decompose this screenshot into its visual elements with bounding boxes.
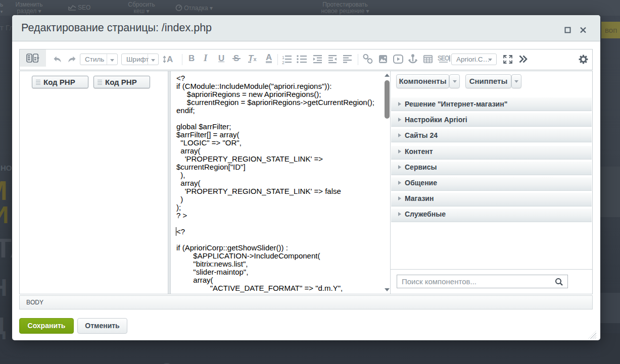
- svg-text:A: A: [167, 55, 173, 64]
- svg-text:1: 1: [282, 55, 284, 60]
- svg-text:2: 2: [282, 60, 284, 65]
